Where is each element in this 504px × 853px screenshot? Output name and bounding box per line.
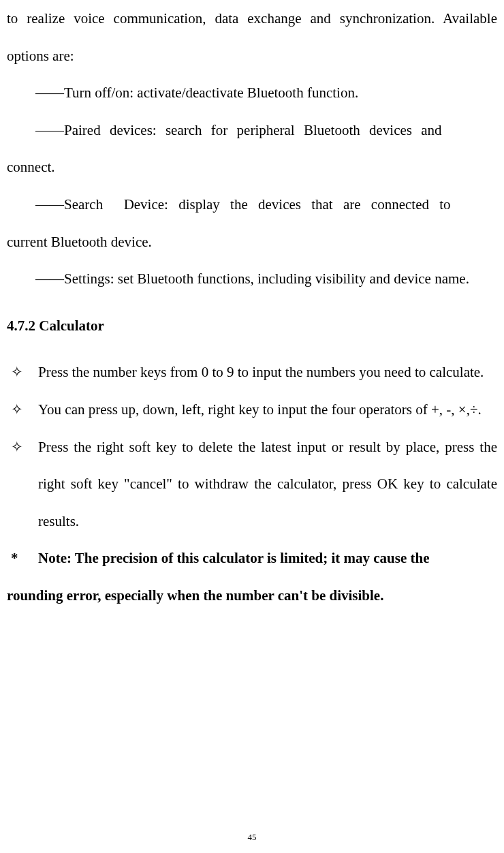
intro-paragraph-3b: connect. [7,149,497,186]
diamond-icon: ✧ [7,391,38,429]
page-number: 45 [0,833,504,841]
note-text-line2: rounding error, especially when the numb… [7,577,497,615]
intro-paragraph-2: ――Turn off/on: activate/deactivate Bluet… [7,74,497,112]
list-item: ✧ Press the number keys from 0 to 9 to i… [7,354,497,391]
intro-paragraph-1: to realize voice communication, data exc… [7,0,497,74]
asterisk-icon: * [7,540,38,577]
intro-para-4-first: ――Search Device: display the devices tha… [35,196,451,213]
list-item-text: Press the right soft key to delete the l… [38,429,497,540]
note-text-line1: Note: The precision of this calculator i… [38,540,497,577]
list-item-text: Press the number keys from 0 to 9 to inp… [38,354,497,391]
intro-paragraph-3: ――Paired devices: search for peripheral … [7,112,497,149]
note: * Note: The precision of this calculator… [7,540,497,577]
intro-para-3-first: ――Paired devices: search for peripheral … [35,122,442,138]
diamond-icon: ✧ [7,429,38,466]
section-heading: 4.7.2 Calculator [7,307,497,345]
list-item: ✧ You can press up, down, left, right ke… [7,391,497,429]
bullet-list: ✧ Press the number keys from 0 to 9 to i… [7,354,497,540]
page-content: to realize voice communication, data exc… [7,0,497,615]
list-item-text: You can press up, down, left, right key … [38,391,497,429]
intro-paragraph-5: ――Settings: set Bluetooth functions, inc… [7,260,497,298]
diamond-icon: ✧ [7,354,38,391]
intro-paragraph-4b: current Bluetooth device. [7,223,497,261]
list-item: ✧ Press the right soft key to delete the… [7,429,497,540]
intro-paragraph-4: ――Search Device: display the devices tha… [7,186,497,223]
